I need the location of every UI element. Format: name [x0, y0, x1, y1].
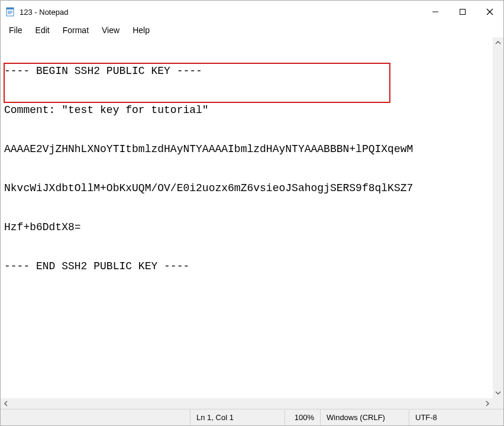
menu-edit[interactable]: Edit [30, 24, 56, 36]
status-spacer [1, 409, 190, 425]
vertical-scroll-track[interactable] [493, 48, 503, 388]
content-wrapper: ---- BEGIN SSH2 PUBLIC KEY ---- Comment:… [1, 37, 503, 409]
scroll-left-icon[interactable] [1, 398, 11, 409]
title-bar: 123 - Notepad [1, 1, 503, 23]
doc-line: AAAAE2VjZHNhLXNoYTItbmlzdHAyNTYAAAAIbmlz… [4, 143, 502, 156]
close-button[interactable] [476, 1, 503, 23]
status-zoom: 100% [285, 409, 320, 425]
menu-format[interactable]: Format [57, 24, 95, 36]
menu-view[interactable]: View [96, 24, 125, 36]
status-line-ending: Windows (CRLF) [320, 409, 409, 425]
menu-bar: File Edit Format View Help [1, 23, 503, 37]
doc-line: Hzf+b6DdtX8= [4, 221, 502, 234]
doc-line: Comment: "test key for tutorial" [4, 104, 502, 117]
menu-file[interactable]: File [3, 24, 28, 36]
status-encoding: UTF-8 [409, 409, 503, 425]
text-editor-area[interactable]: ---- BEGIN SSH2 PUBLIC KEY ---- Comment:… [1, 37, 503, 409]
doc-line-text: ---- BEGIN SSH2 PUBLIC KEY ---- [4, 65, 202, 77]
notepad-icon [5, 7, 15, 17]
status-position: Ln 1, Col 1 [190, 409, 285, 425]
document-content: ---- BEGIN SSH2 PUBLIC KEY ---- Comment:… [4, 38, 502, 299]
doc-line: ---- BEGIN SSH2 PUBLIC KEY ---- [4, 64, 502, 78]
horizontal-scroll-track[interactable] [11, 398, 482, 409]
window-title: 123 - Notepad [20, 8, 68, 17]
status-bar: Ln 1, Col 1 100% Windows (CRLF) UTF-8 [1, 409, 503, 425]
minimize-button[interactable] [422, 1, 449, 23]
svg-rect-6 [460, 9, 466, 15]
scroll-up-icon[interactable] [493, 37, 503, 48]
scroll-down-icon[interactable] [493, 388, 503, 398]
doc-line: NkvcWiJXdbtOllM+ObKxUQM/OV/E0i2uozx6mZ6v… [4, 182, 502, 195]
scroll-right-icon[interactable] [482, 398, 493, 409]
doc-line: ---- END SSH2 PUBLIC KEY ---- [4, 260, 502, 273]
maximize-button[interactable] [449, 1, 476, 23]
scroll-corner [493, 398, 503, 409]
horizontal-scrollbar[interactable] [1, 398, 493, 409]
vertical-scrollbar[interactable] [493, 37, 503, 398]
window-controls [422, 1, 503, 23]
menu-help[interactable]: Help [127, 24, 156, 36]
svg-rect-1 [7, 8, 14, 9]
